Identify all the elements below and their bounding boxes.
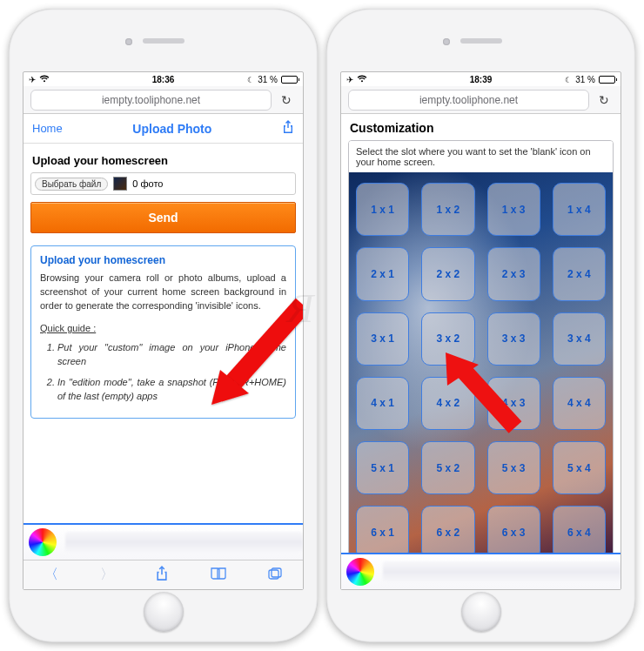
slot-button[interactable]: 5 x 3: [487, 441, 540, 494]
slot-button[interactable]: 5 x 1: [356, 441, 409, 494]
slot-button[interactable]: 6 x 2: [421, 506, 474, 559]
battery-icon: [599, 76, 615, 84]
slot-grid-background: 1 x 11 x 21 x 31 x 42 x 12 x 22 x 32 x 4…: [349, 172, 613, 560]
section-title: Upload your homescreen: [23, 144, 303, 172]
slot-button[interactable]: 3 x 2: [421, 312, 474, 366]
battery-pct: 31 %: [575, 75, 595, 84]
instruction-text: Select the slot where you want to set th…: [349, 141, 613, 172]
slot-button[interactable]: 2 x 1: [356, 247, 409, 300]
forward-icon[interactable]: 〉: [100, 566, 114, 584]
file-status: 0 фото: [132, 178, 163, 189]
slot-button[interactable]: 2 x 3: [487, 247, 540, 300]
safari-toolbar: 〈 〉: [23, 560, 303, 589]
slot-button[interactable]: 1 x 1: [356, 183, 409, 236]
slot-button[interactable]: 6 x 1: [356, 506, 409, 559]
help-card-title: Upload your homescreen: [40, 253, 286, 268]
guide-step-2: In "edition mode", take a snapshot (POWE…: [57, 376, 286, 404]
dnd-icon: ☾: [247, 76, 254, 84]
watermark: Я: [287, 285, 317, 332]
share-icon[interactable]: [282, 120, 294, 137]
nav-home-link[interactable]: Home: [32, 122, 63, 135]
screen-left: ✈︎ 18:36 ☾ 31 % iempty.tooliphone.net ↻: [23, 71, 304, 590]
slot-button[interactable]: 1 x 2: [421, 183, 474, 236]
send-button[interactable]: Send: [30, 202, 296, 233]
preview-blur: [383, 561, 621, 582]
wifi-icon: [39, 75, 50, 84]
page-content: Customization Select the slot where you …: [341, 114, 621, 589]
slot-button[interactable]: 5 x 2: [421, 441, 474, 494]
share-icon[interactable]: [155, 566, 169, 585]
airplane-icon: ✈︎: [346, 75, 353, 84]
preview-blur: [65, 532, 303, 553]
page-navbar: Home Upload Photo: [23, 114, 303, 144]
status-bar: ✈︎ 18:39 ☾ 31 %: [341, 72, 621, 86]
airplane-icon: ✈︎: [29, 75, 36, 84]
slot-button[interactable]: 5 x 4: [553, 441, 606, 494]
slot-button[interactable]: 4 x 2: [421, 377, 474, 430]
clock: 18:39: [470, 75, 493, 84]
back-icon[interactable]: 〈: [44, 566, 58, 584]
slot-button[interactable]: 6 x 4: [553, 506, 606, 559]
screen-right: ✈︎ 18:39 ☾ 31 % iempty.tooliphone.net ↻ …: [340, 71, 621, 590]
phone-left: ✈︎ 18:36 ☾ 31 % iempty.tooliphone.net ↻: [9, 9, 318, 642]
choose-file-button[interactable]: Выбрать файл: [35, 178, 108, 191]
app-switcher-preview: [341, 553, 621, 589]
dnd-icon: ☾: [565, 76, 572, 84]
slot-button[interactable]: 4 x 4: [553, 377, 606, 430]
slot-button[interactable]: 3 x 1: [356, 312, 409, 366]
guide-step-1: Put your "custom" image on your iPhone h…: [57, 341, 286, 369]
page-content: Upload your homescreen Выбрать файл 0 фо…: [23, 144, 303, 589]
app-switcher-preview: [23, 523, 303, 560]
battery-icon: [281, 76, 298, 84]
page-title: Customization: [341, 114, 621, 140]
slot-button[interactable]: 2 x 2: [421, 247, 474, 300]
wifi-icon: [357, 75, 367, 84]
customization-card: Select the slot where you want to set th…: [348, 140, 614, 560]
slot-button[interactable]: 2 x 4: [553, 247, 606, 300]
slot-button[interactable]: 3 x 3: [487, 312, 540, 366]
help-card: Upload your homescreen Browsing your cam…: [30, 245, 296, 419]
battery-pct: 31 %: [258, 75, 278, 84]
slot-grid: 1 x 11 x 21 x 31 x 42 x 12 x 22 x 32 x 4…: [356, 183, 606, 560]
browser-urlbar: iempty.tooliphone.net ↻: [23, 86, 303, 114]
url-field[interactable]: iempty.tooliphone.net: [30, 90, 272, 111]
slot-button[interactable]: 6 x 3: [487, 506, 540, 559]
quick-guide-label: Quick guide :: [40, 322, 286, 336]
slot-button[interactable]: 4 x 3: [487, 377, 540, 430]
url-field[interactable]: iempty.tooliphone.net: [348, 90, 589, 111]
slot-button[interactable]: 1 x 4: [553, 183, 606, 236]
slot-button[interactable]: 3 x 4: [553, 312, 606, 366]
phone-right: ✈︎ 18:39 ☾ 31 % iempty.tooliphone.net ↻ …: [326, 9, 635, 642]
tabs-icon[interactable]: [268, 567, 282, 583]
slot-button[interactable]: 4 x 1: [356, 377, 409, 430]
reload-icon[interactable]: ↻: [277, 93, 296, 107]
colorwheel-icon: [29, 528, 57, 556]
help-card-body: Browsing your camera roll or photo album…: [40, 272, 286, 313]
browser-urlbar: iempty.tooliphone.net ↻: [341, 86, 621, 114]
reload-icon[interactable]: ↻: [594, 93, 614, 107]
clock: 18:36: [152, 75, 175, 84]
file-thumbnail: [113, 177, 127, 191]
status-bar: ✈︎ 18:36 ☾ 31 %: [23, 72, 303, 86]
file-selector: Выбрать файл 0 фото: [30, 172, 296, 195]
colorwheel-icon: [346, 558, 374, 586]
slot-button[interactable]: 1 x 3: [487, 183, 540, 236]
page-title: Upload Photo: [132, 122, 211, 136]
bookmarks-icon[interactable]: [211, 567, 226, 583]
